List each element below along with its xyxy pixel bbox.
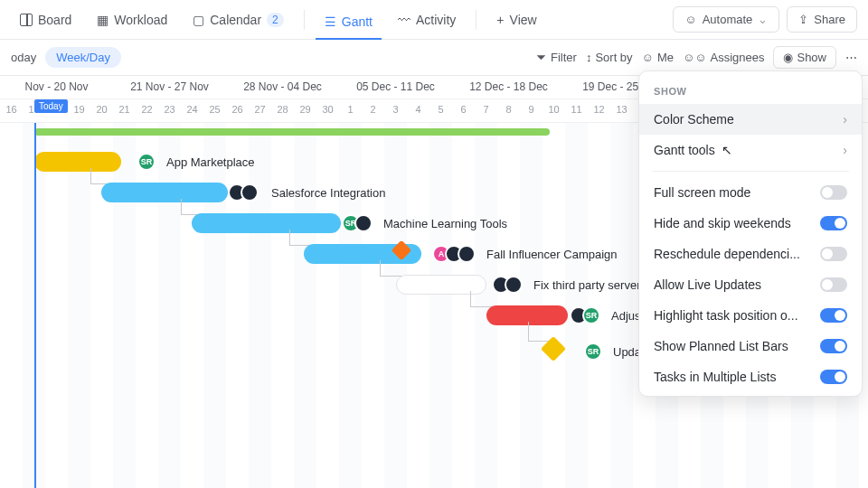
add-view-button[interactable]: + View	[487, 7, 545, 33]
toggle[interactable]	[820, 370, 847, 384]
task-label[interactable]: App Marketplace	[166, 155, 255, 169]
today-indicator	[34, 123, 36, 488]
day-cell: 10	[542, 99, 565, 122]
row-label: Hide and skip weekends	[654, 216, 791, 230]
weekday-pill[interactable]: Week/Day	[45, 47, 121, 68]
panel-row-highlight[interactable]: Highlight task position o...	[639, 300, 862, 331]
day-cell: 16	[0, 99, 23, 122]
task-label[interactable]: Machine Learning Tools	[383, 217, 507, 230]
day-cell: 1	[339, 99, 362, 122]
day-cell: 24	[181, 99, 203, 122]
toggle[interactable]	[820, 247, 847, 261]
day-cell: 26	[226, 99, 249, 122]
chevron-right-icon: ›	[843, 143, 847, 157]
tab-label: View	[510, 13, 537, 27]
day-cell: 21	[113, 99, 136, 122]
panel-row-hide-weekends[interactable]: Hide and skip weekends	[639, 208, 862, 239]
toggle[interactable]	[820, 308, 847, 323]
row-label: Highlight task position o...	[654, 308, 798, 323]
task-label[interactable]: Fix third party server	[533, 278, 640, 292]
day-cell: 30	[316, 99, 339, 122]
toggle[interactable]	[820, 339, 847, 353]
calendar-icon: ▢	[193, 13, 204, 27]
filter-button[interactable]: ⏷Filter	[535, 51, 577, 64]
panel-row-gantt-tools[interactable]: Gantt tools ›	[639, 135, 862, 165]
avatar[interactable]	[505, 276, 523, 294]
day-cell: 13	[610, 99, 633, 122]
day-cell: 5	[429, 99, 452, 122]
filter-label: Filter	[551, 51, 577, 64]
task-bar[interactable]	[486, 305, 568, 325]
assignees-button[interactable]: ☺☺Assignees	[683, 51, 765, 64]
me-button[interactable]: ☺Me	[642, 51, 674, 64]
tab-label: Workload	[114, 13, 167, 27]
automate-button[interactable]: ☺ Automate ⌄	[673, 6, 779, 33]
share-button[interactable]: ⇪ Share	[787, 6, 857, 33]
month-cell: 21 Nov - 27 Nov	[113, 76, 226, 99]
gantt-icon: ☰	[325, 14, 336, 29]
avatar[interactable]	[458, 245, 476, 263]
task-label[interactable]: Upda	[613, 345, 641, 359]
today-tag: Today	[34, 99, 68, 113]
month-cell: 28 Nov - 04 Dec	[226, 76, 339, 99]
workload-icon: ▦	[97, 13, 108, 27]
day-cell: 4	[407, 99, 429, 122]
day-cell: 9	[520, 99, 542, 122]
day-cell: 23	[158, 99, 181, 122]
milestone-icon[interactable]	[541, 336, 566, 361]
row-label: Tasks in Multiple Lists	[654, 370, 776, 384]
task-label[interactable]: Salesforce Integration	[271, 186, 385, 200]
more-icon[interactable]: ⋯	[845, 51, 857, 64]
tab-workload[interactable]: ▦ Workload	[88, 7, 176, 33]
avatar[interactable]	[354, 214, 373, 232]
button-label: Share	[814, 13, 845, 26]
toggle[interactable]	[820, 216, 847, 230]
task-label[interactable]: Fall Influencer Campaign	[486, 248, 618, 261]
sortby-button[interactable]: ↕Sort by	[586, 51, 633, 64]
avatar[interactable]: SR	[584, 343, 602, 361]
summary-bar[interactable]	[34, 128, 550, 136]
calendar-badge: 2	[267, 13, 284, 27]
separator	[476, 10, 476, 30]
tab-activity[interactable]: 〰 Activity	[389, 7, 465, 33]
row-label: Allow Live Updates	[654, 277, 761, 292]
button-label: Automate	[703, 13, 753, 26]
show-button[interactable]: ◉Show	[773, 46, 836, 69]
panel-separator	[652, 171, 849, 172]
day-cell: 28	[271, 99, 294, 122]
panel-row-planned-bars[interactable]: Show Planned List Bars	[639, 331, 862, 361]
toggle[interactable]	[820, 277, 847, 292]
row-label: Gantt tools	[654, 143, 715, 157]
chevron-right-icon: ›	[843, 112, 847, 127]
view-tabs: Board ▦ Workload ▢ Calendar 2 ☰ Gantt 〰 …	[0, 0, 868, 40]
avatar[interactable]	[241, 183, 259, 202]
day-cell: 7	[475, 99, 497, 122]
panel-row-fullscreen[interactable]: Full screen mode	[639, 177, 862, 208]
tab-gantt[interactable]: ☰ Gantt	[316, 9, 382, 40]
cursor-icon: ↖	[722, 143, 732, 157]
panel-row-reschedule[interactable]: Reschedule dependenci...	[639, 239, 862, 269]
share-icon: ⇪	[798, 13, 808, 26]
assignees-label: Assignees	[710, 51, 764, 64]
eye-icon: ◉	[783, 51, 793, 64]
day-cell: 6	[452, 99, 475, 122]
panel-row-live-updates[interactable]: Allow Live Updates	[639, 269, 862, 300]
panel-heading: SHOW	[639, 82, 862, 104]
day-cell: 19	[68, 99, 90, 122]
plus-icon: +	[496, 13, 504, 27]
avatar[interactable]: SR	[582, 306, 600, 324]
panel-row-multi-lists[interactable]: Tasks in Multiple Lists	[639, 361, 862, 392]
avatar[interactable]: SR	[137, 153, 156, 171]
row-label: Show Planned List Bars	[654, 339, 788, 353]
today-link[interactable]: oday	[11, 51, 36, 64]
task-bar[interactable]	[101, 183, 228, 202]
panel-row-color-scheme[interactable]: Color Scheme ›	[639, 104, 862, 135]
day-cell: 11	[565, 99, 588, 122]
show-panel: SHOW Color Scheme › Gantt tools › Full s…	[638, 70, 863, 397]
toggle[interactable]	[820, 185, 847, 200]
task-bar[interactable]	[192, 213, 341, 233]
row-label: Color Scheme	[654, 112, 734, 127]
tab-calendar[interactable]: ▢ Calendar 2	[184, 7, 293, 33]
filter-icon: ⏷	[535, 51, 547, 64]
tab-board[interactable]: Board	[11, 7, 80, 33]
